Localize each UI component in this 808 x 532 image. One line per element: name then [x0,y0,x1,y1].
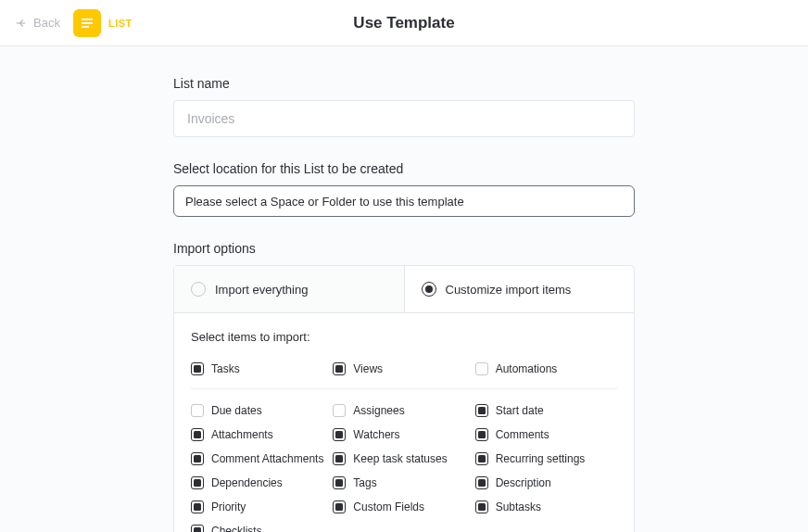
import-item[interactable]: Views [333,357,474,381]
page-title: Use Template [353,14,454,32]
checkbox-checked-icon [191,476,204,489]
svg-rect-2 [82,26,89,28]
import-item[interactable]: Dependencies [191,471,333,495]
checkbox-checked-icon [333,428,346,441]
checkbox-checked-icon [475,500,488,513]
checkbox-checked-icon [191,428,204,441]
import-item[interactable]: Checklists [191,519,333,532]
checkbox-checked-icon [475,476,488,489]
import-item[interactable]: Comments [475,423,617,447]
checkbox-checked-icon [333,452,346,465]
checkbox-checked-icon [191,452,204,465]
radio-icon [191,282,206,297]
import-items-section: Select items to import: TasksViewsAutoma… [174,313,634,532]
import-everything-option[interactable]: Import everything [174,266,405,312]
import-everything-label: Import everything [215,283,308,297]
list-type-label: LIST [108,18,133,29]
header: Back LIST Use Template [0,0,808,46]
import-item-label: Automations [496,362,558,375]
import-item[interactable]: Automations [475,357,617,381]
import-item-label: Due dates [211,404,262,417]
import-item-label: Custom Fields [353,500,424,513]
back-button[interactable]: Back [15,16,60,30]
import-item[interactable]: Subtasks [475,495,617,519]
import-item-label: Tasks [211,362,240,375]
import-item[interactable]: Custom Fields [333,495,474,519]
checkbox-checked-icon [333,500,346,513]
import-item[interactable]: Watchers [333,423,474,447]
svg-rect-0 [82,19,93,20]
import-item-label: Tags [353,476,376,489]
divider [191,388,617,389]
lines-icon [80,17,95,30]
location-select[interactable]: Please select a Space or Folder to use t… [173,185,635,217]
import-item[interactable]: Start date [475,399,617,423]
import-item-label: Watchers [353,428,399,441]
back-label: Back [33,16,60,30]
import-item-label: Assignees [353,404,404,417]
content: List name Select location for this List … [173,46,635,532]
import-items-heading: Select items to import: [191,330,617,344]
customize-import-option[interactable]: Customize import items [405,266,635,312]
import-item-label: Keep task statuses [353,452,447,465]
import-item-label: Subtasks [496,500,541,513]
import-item[interactable]: Recurring settings [475,447,617,471]
import-item-label: Comment Attachments [211,452,323,465]
checkbox-checked-icon [191,362,204,375]
svg-rect-1 [82,22,93,24]
checkbox-checked-icon [191,525,204,532]
import-item[interactable]: Tags [333,471,474,495]
import-item-label: Views [353,362,383,375]
list-name-input[interactable] [173,100,635,137]
import-item-label: Start date [496,404,544,417]
checkbox-checked-icon [475,452,488,465]
list-badge: LIST [73,9,133,37]
checkbox-icon [191,404,204,417]
import-item[interactable]: Tasks [191,357,333,381]
import-card: Import everything Customize import items… [173,265,635,532]
import-items-grid: TasksViewsAutomationsDue datesAssigneesS… [191,357,617,532]
import-item[interactable]: Assignees [333,399,474,423]
checkbox-checked-icon [333,362,346,375]
checkbox-checked-icon [475,428,488,441]
location-placeholder: Please select a Space or Folder to use t… [185,195,464,209]
arrow-left-icon [15,17,28,30]
import-item-label: Recurring settings [496,452,586,465]
import-item[interactable]: Due dates [191,399,333,423]
import-item-label: Priority [211,500,246,513]
import-item-label: Checklists [211,525,262,532]
import-item[interactable]: Priority [191,495,333,519]
checkbox-checked-icon [333,476,346,489]
list-name-label: List name [173,76,635,91]
location-label: Select location for this List to be crea… [173,161,635,176]
list-icon [73,9,101,37]
checkbox-icon [333,404,346,417]
checkbox-checked-icon [475,404,488,417]
import-item[interactable]: Description [475,471,617,495]
import-item-label: Dependencies [211,476,283,489]
import-item-label: Comments [496,428,549,441]
import-mode-row: Import everything Customize import items [174,266,634,313]
import-item-label: Description [496,476,551,489]
customize-import-label: Customize import items [446,283,572,297]
import-options-label: Import options [173,241,635,256]
radio-icon-selected [422,282,436,297]
import-item-label: Attachments [211,428,273,441]
checkbox-checked-icon [191,500,204,513]
import-item[interactable]: Keep task statuses [333,447,474,471]
import-item[interactable]: Comment Attachments [191,447,333,471]
import-item[interactable]: Attachments [191,423,333,447]
checkbox-icon [475,362,488,375]
